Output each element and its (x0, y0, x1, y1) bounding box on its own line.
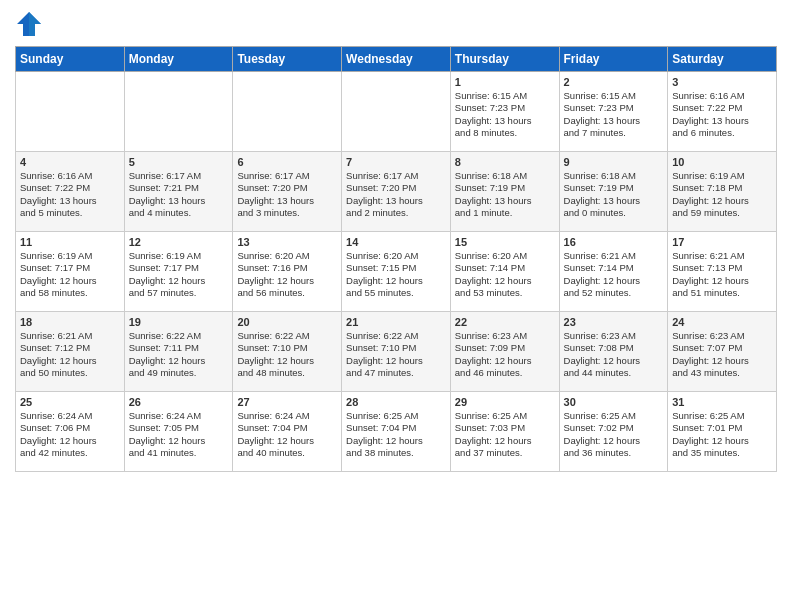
week-row-1: 1Sunrise: 6:15 AMSunset: 7:23 PMDaylight… (16, 72, 777, 152)
day-info-line: Daylight: 12 hours (564, 435, 664, 447)
day-info-line: Sunrise: 6:17 AM (346, 170, 446, 182)
day-info-line: Sunrise: 6:23 AM (564, 330, 664, 342)
day-info-line: Sunrise: 6:23 AM (672, 330, 772, 342)
day-info-line: and 48 minutes. (237, 367, 337, 379)
day-info-line: and 6 minutes. (672, 127, 772, 139)
day-info-line: and 58 minutes. (20, 287, 120, 299)
day-info-line: and 50 minutes. (20, 367, 120, 379)
day-info-line: Daylight: 12 hours (346, 435, 446, 447)
day-info-line: Daylight: 13 hours (672, 115, 772, 127)
day-info-line: and 3 minutes. (237, 207, 337, 219)
day-cell: 23Sunrise: 6:23 AMSunset: 7:08 PMDayligh… (559, 312, 668, 392)
day-info-line: Sunrise: 6:21 AM (672, 250, 772, 262)
col-header-tuesday: Tuesday (233, 47, 342, 72)
week-row-5: 25Sunrise: 6:24 AMSunset: 7:06 PMDayligh… (16, 392, 777, 472)
logo-icon (15, 10, 43, 38)
day-info-line: Sunrise: 6:21 AM (564, 250, 664, 262)
day-number: 29 (455, 396, 555, 408)
day-info-line: Daylight: 12 hours (672, 275, 772, 287)
day-cell (342, 72, 451, 152)
day-info-line: and 51 minutes. (672, 287, 772, 299)
day-cell: 2Sunrise: 6:15 AMSunset: 7:23 PMDaylight… (559, 72, 668, 152)
day-cell: 14Sunrise: 6:20 AMSunset: 7:15 PMDayligh… (342, 232, 451, 312)
day-number: 3 (672, 76, 772, 88)
day-info-line: and 53 minutes. (455, 287, 555, 299)
day-info-line: Daylight: 13 hours (129, 195, 229, 207)
day-info-line: Sunrise: 6:25 AM (346, 410, 446, 422)
header-row: SundayMondayTuesdayWednesdayThursdayFrid… (16, 47, 777, 72)
day-cell: 21Sunrise: 6:22 AMSunset: 7:10 PMDayligh… (342, 312, 451, 392)
day-cell: 11Sunrise: 6:19 AMSunset: 7:17 PMDayligh… (16, 232, 125, 312)
day-number: 2 (564, 76, 664, 88)
day-info-line: Sunrise: 6:16 AM (20, 170, 120, 182)
day-cell: 31Sunrise: 6:25 AMSunset: 7:01 PMDayligh… (668, 392, 777, 472)
day-info-line: Sunset: 7:09 PM (455, 342, 555, 354)
col-header-sunday: Sunday (16, 47, 125, 72)
day-info-line: Sunrise: 6:21 AM (20, 330, 120, 342)
day-info-line: Sunrise: 6:24 AM (237, 410, 337, 422)
day-info-line: and 42 minutes. (20, 447, 120, 459)
day-info-line: Sunset: 7:04 PM (237, 422, 337, 434)
day-info-line: Sunset: 7:17 PM (129, 262, 229, 274)
day-cell: 15Sunrise: 6:20 AMSunset: 7:14 PMDayligh… (450, 232, 559, 312)
day-info-line: and 0 minutes. (564, 207, 664, 219)
day-cell: 10Sunrise: 6:19 AMSunset: 7:18 PMDayligh… (668, 152, 777, 232)
day-cell: 24Sunrise: 6:23 AMSunset: 7:07 PMDayligh… (668, 312, 777, 392)
day-info-line: Daylight: 12 hours (672, 355, 772, 367)
day-info-line: Sunset: 7:20 PM (346, 182, 446, 194)
day-cell: 29Sunrise: 6:25 AMSunset: 7:03 PMDayligh… (450, 392, 559, 472)
day-info-line: and 56 minutes. (237, 287, 337, 299)
day-info-line: and 47 minutes. (346, 367, 446, 379)
week-row-4: 18Sunrise: 6:21 AMSunset: 7:12 PMDayligh… (16, 312, 777, 392)
day-info-line: Sunrise: 6:20 AM (455, 250, 555, 262)
day-number: 6 (237, 156, 337, 168)
day-info-line: Sunset: 7:08 PM (564, 342, 664, 354)
day-number: 17 (672, 236, 772, 248)
header (15, 10, 777, 38)
day-info-line: Sunrise: 6:19 AM (672, 170, 772, 182)
day-info-line: Sunset: 7:02 PM (564, 422, 664, 434)
day-cell: 18Sunrise: 6:21 AMSunset: 7:12 PMDayligh… (16, 312, 125, 392)
day-info-line: Sunrise: 6:17 AM (129, 170, 229, 182)
day-info-line: Sunset: 7:05 PM (129, 422, 229, 434)
day-info-line: Sunset: 7:19 PM (564, 182, 664, 194)
day-info-line: Daylight: 12 hours (455, 355, 555, 367)
day-cell: 13Sunrise: 6:20 AMSunset: 7:16 PMDayligh… (233, 232, 342, 312)
day-info-line: Daylight: 13 hours (237, 195, 337, 207)
day-info-line: Daylight: 12 hours (129, 275, 229, 287)
day-info-line: Sunset: 7:19 PM (455, 182, 555, 194)
day-number: 7 (346, 156, 446, 168)
day-cell: 7Sunrise: 6:17 AMSunset: 7:20 PMDaylight… (342, 152, 451, 232)
day-info-line: Sunset: 7:14 PM (455, 262, 555, 274)
day-info-line: and 55 minutes. (346, 287, 446, 299)
day-info-line: Daylight: 12 hours (129, 435, 229, 447)
day-info-line: Sunset: 7:22 PM (20, 182, 120, 194)
day-info-line: Sunset: 7:18 PM (672, 182, 772, 194)
day-info-line: Sunset: 7:06 PM (20, 422, 120, 434)
day-info-line: Sunrise: 6:20 AM (346, 250, 446, 262)
day-info-line: Daylight: 13 hours (455, 195, 555, 207)
day-info-line: Sunset: 7:10 PM (346, 342, 446, 354)
day-info-line: and 43 minutes. (672, 367, 772, 379)
day-cell: 9Sunrise: 6:18 AMSunset: 7:19 PMDaylight… (559, 152, 668, 232)
day-info-line: Daylight: 12 hours (20, 435, 120, 447)
day-cell: 27Sunrise: 6:24 AMSunset: 7:04 PMDayligh… (233, 392, 342, 472)
day-info-line: and 7 minutes. (564, 127, 664, 139)
day-number: 31 (672, 396, 772, 408)
day-cell: 17Sunrise: 6:21 AMSunset: 7:13 PMDayligh… (668, 232, 777, 312)
day-info-line: Sunrise: 6:16 AM (672, 90, 772, 102)
day-cell: 20Sunrise: 6:22 AMSunset: 7:10 PMDayligh… (233, 312, 342, 392)
day-info-line: Sunrise: 6:18 AM (564, 170, 664, 182)
day-info-line: Daylight: 12 hours (455, 435, 555, 447)
day-number: 14 (346, 236, 446, 248)
day-cell: 16Sunrise: 6:21 AMSunset: 7:14 PMDayligh… (559, 232, 668, 312)
day-info-line: Sunrise: 6:18 AM (455, 170, 555, 182)
day-info-line: Sunset: 7:11 PM (129, 342, 229, 354)
day-info-line: Sunrise: 6:25 AM (564, 410, 664, 422)
day-info-line: and 1 minute. (455, 207, 555, 219)
day-info-line: Daylight: 12 hours (455, 275, 555, 287)
day-cell (16, 72, 125, 152)
day-info-line: Sunrise: 6:19 AM (129, 250, 229, 262)
day-number: 25 (20, 396, 120, 408)
page-container: SundayMondayTuesdayWednesdayThursdayFrid… (0, 0, 792, 477)
